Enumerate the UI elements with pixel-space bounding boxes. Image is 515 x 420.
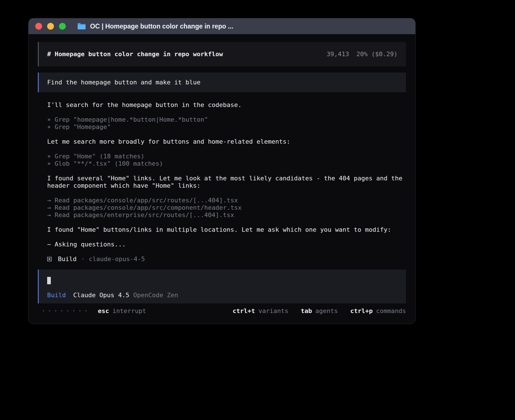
window-title: OC | Homepage button color change in rep… <box>90 23 233 30</box>
assistant-paragraph: I'll search for the homepage button in t… <box>47 101 403 109</box>
agent-model: claude-opus-4-5 <box>89 255 145 263</box>
assistant-paragraph: I found several "Home" links. Let me loo… <box>47 175 403 189</box>
tool-call-group: ∗ Grep "Home" (18 matches) ∗ Glob "**/*.… <box>47 153 403 167</box>
tool-call-grep: ∗ Grep "homepage|home.*button|Home.*butt… <box>47 116 403 123</box>
assistant-paragraph: Let me search more broadly for buttons a… <box>47 138 403 145</box>
terminal-window: OC | Homepage button color change in rep… <box>28 18 416 324</box>
hint-label: variants <box>258 307 288 315</box>
agent-status-line: Build · claude-opus-4-5 <box>47 255 403 263</box>
agent-name: Build <box>58 255 77 263</box>
spinner-dots-icon: ········ <box>42 307 90 315</box>
folder-icon <box>77 23 86 30</box>
input-footer: Build Claude Opus 4.5 OpenCode Zen <box>47 292 398 299</box>
hint-key: ctrl+t <box>233 307 255 315</box>
mode-indicator: Build <box>47 292 66 299</box>
status-left: ········ esc interrupt <box>38 307 146 315</box>
hint-key: ctrl+p <box>350 307 373 315</box>
hint-label: agents <box>315 307 338 315</box>
tool-call-group: ∗ Grep "homepage|home.*button|Home.*butt… <box>47 116 403 131</box>
assistant-paragraph: ~ Asking questions... <box>47 241 403 248</box>
token-count: 39,413 <box>327 51 349 58</box>
esc-key-hint: esc <box>98 307 109 315</box>
text-cursor <box>47 277 51 284</box>
status-right: ctrl+t variants tab agents ctrl+p comman… <box>233 307 406 315</box>
close-window-button[interactable] <box>35 23 42 30</box>
tool-call-read: → Read packages/console/app/src/routes/[… <box>47 197 403 204</box>
separator-dot: · <box>81 255 85 263</box>
tool-call-read: → Read packages/enterprise/src/routes/[.… <box>47 211 403 219</box>
assistant-status-text: ~ Asking questions... <box>47 241 403 248</box>
hint-key: tab <box>301 307 312 315</box>
tool-call-group: → Read packages/console/app/src/routes/[… <box>47 197 403 219</box>
context-usage: 20% ($0.29) <box>356 51 398 58</box>
hint-agents: tab agents <box>301 307 338 315</box>
prompt-input[interactable]: Build Claude Opus 4.5 OpenCode Zen <box>38 270 406 303</box>
assistant-text: I found several "Home" links. Let me loo… <box>47 175 403 189</box>
tool-call-grep: ∗ Grep "Homepage" <box>47 123 403 131</box>
hint-commands: ctrl+p commands <box>350 307 406 315</box>
user-message-text: Find the homepage button and make it blu… <box>47 79 200 86</box>
user-message: Find the homepage button and make it blu… <box>38 73 406 92</box>
minimize-window-button[interactable] <box>47 23 54 30</box>
provider-indicator: OpenCode Zen <box>133 292 178 299</box>
transcript: I'll search for the homepage button in t… <box>38 101 406 263</box>
hint-variants: ctrl+t variants <box>233 307 288 315</box>
status-bar: ········ esc interrupt ctrl+t variants t… <box>38 307 406 315</box>
session-header: # Homepage button color change in repo w… <box>38 42 406 66</box>
tool-call-grep: ∗ Grep "Home" (18 matches) <box>47 153 403 160</box>
build-square-icon <box>47 257 52 261</box>
titlebar[interactable]: OC | Homepage button color change in rep… <box>29 18 415 34</box>
traffic-lights <box>35 23 66 30</box>
assistant-text: I found "Home" buttons/links in multiple… <box>47 226 403 233</box>
session-stats: 39,413 20% ($0.29) <box>327 51 398 58</box>
assistant-paragraph: I found "Home" buttons/links in multiple… <box>47 226 403 233</box>
hint-label: commands <box>376 307 406 315</box>
model-indicator: Claude Opus 4.5 <box>73 292 129 299</box>
assistant-text: I'll search for the homepage button in t… <box>47 101 403 109</box>
tool-call-read: → Read packages/console/app/src/componen… <box>47 204 403 211</box>
tool-call-glob: ∗ Glob "**/*.tsx" (100 matches) <box>47 160 403 167</box>
zoom-window-button[interactable] <box>59 23 66 30</box>
session-title: # Homepage button color change in repo w… <box>47 51 223 58</box>
assistant-text: Let me search more broadly for buttons a… <box>47 138 403 145</box>
esc-key-label: interrupt <box>112 307 146 315</box>
